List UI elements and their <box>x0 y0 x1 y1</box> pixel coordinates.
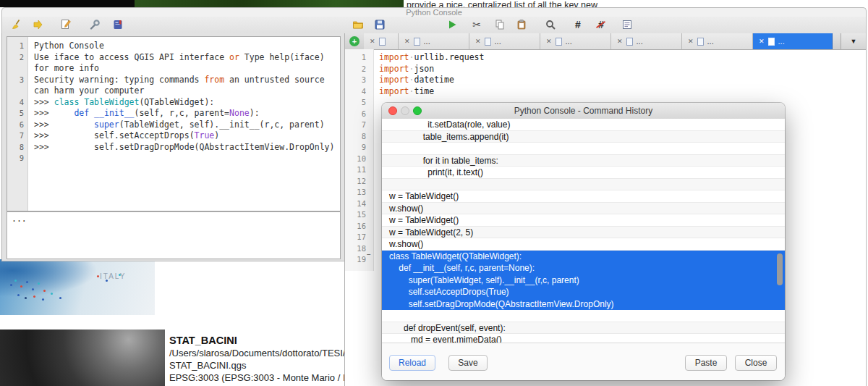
history-entry-selected[interactable]: self.setAcceptDrops(True) <box>382 286 785 298</box>
comment-button[interactable]: # <box>571 17 585 32</box>
save-button[interactable]: Save <box>448 355 488 371</box>
console-output-text: 1Python Console 2Use iface to access QGI… <box>7 41 340 164</box>
history-entry[interactable] <box>382 310 785 322</box>
console-input[interactable]: ... <box>7 211 341 259</box>
paste-button[interactable] <box>514 17 529 32</box>
show-editor-button[interactable] <box>59 17 73 32</box>
run-script-button[interactable] <box>445 17 459 32</box>
document-icon <box>414 38 420 46</box>
console-line: 1Python Console <box>7 41 340 52</box>
editor-tab[interactable]: ✕ ... <box>682 33 753 49</box>
save-script-button[interactable] <box>373 17 387 32</box>
floppy-icon <box>374 19 386 30</box>
history-entry[interactable]: for it in table_items: <box>382 155 785 167</box>
close-tab-icon[interactable]: ✕ <box>370 38 375 45</box>
console-line: 7>>> self.setAcceptDrops(True) <box>7 130 340 142</box>
console-options-button[interactable] <box>88 17 102 32</box>
continuation-prompt: ... <box>12 214 27 224</box>
clear-console-button[interactable] <box>9 17 24 32</box>
recent-project-thumbnail-satellite[interactable] <box>0 330 165 386</box>
map-points <box>10 284 12 286</box>
object-inspector-button[interactable] <box>620 17 634 32</box>
clipboard-icon <box>516 19 527 30</box>
history-entry[interactable] <box>382 143 785 155</box>
background-browser-strip: provide a nice, centralized list of all … <box>404 0 868 7</box>
close-button[interactable]: Close <box>735 355 777 371</box>
help-book-icon <box>112 19 124 30</box>
editor-code-area[interactable]: import·urllib.request import·json import… <box>374 49 866 97</box>
history-entry-selected[interactable]: class TableWidget(QTableWidget): <box>382 251 785 263</box>
editor-tab[interactable]: ✕ ... <box>469 33 540 49</box>
scrollbar-thumb[interactable] <box>777 253 783 285</box>
editor-line-number-gutter: 12345678910111213141516171819 <box>345 49 374 271</box>
history-entry[interactable]: table_items.append(it) <box>382 131 785 143</box>
console-output[interactable]: 1Python Console 2Use iface to access QGI… <box>7 36 341 211</box>
history-entry-selected[interactable]: super(TableWidget, self).__init__(r,c, p… <box>382 274 785 287</box>
reload-button[interactable]: Reload <box>389 355 435 371</box>
close-tab-icon[interactable]: ✕ <box>688 38 694 45</box>
open-folder-icon <box>352 19 364 30</box>
fold-marker-icon[interactable]: − <box>367 251 374 259</box>
editor-tab[interactable]: ✕ <box>364 33 399 49</box>
green-plus-icon: + <box>349 36 359 46</box>
history-entry[interactable]: w = TableWidget() <box>382 190 785 203</box>
document-icon <box>485 38 491 46</box>
find-button[interactable] <box>543 17 558 32</box>
close-tab-icon[interactable]: ✕ <box>546 38 552 45</box>
command-history-dialog: Python Console - Command History it.setD… <box>382 103 785 380</box>
map-label: ITALY <box>100 272 126 280</box>
dialog-titlebar[interactable]: Python Console - Command History <box>382 103 785 119</box>
close-tab-icon[interactable]: ✕ <box>475 38 481 45</box>
recent-project-thumbnail-map[interactable]: ITALY <box>0 259 155 315</box>
console-line: 5>>> def __init__(self, r,c, parent=None… <box>7 108 340 119</box>
console-dock: 1Python Console 2Use iface to access QGI… <box>1 33 345 261</box>
console-help-button[interactable] <box>111 17 125 32</box>
minimize-window-button[interactable] <box>401 106 409 115</box>
tab-label: ... <box>707 37 714 46</box>
history-entry[interactable]: def dropEvent(self, event): <box>382 322 785 335</box>
history-entry[interactable]: w.show() <box>382 203 785 215</box>
editor-tab[interactable]: ✕ ... <box>540 33 611 49</box>
close-tab-icon[interactable]: ✕ <box>759 38 765 45</box>
close-tab-icon[interactable]: ✕ <box>617 38 623 45</box>
editor-tab[interactable]: ✕ ... <box>611 33 682 49</box>
open-script-button[interactable] <box>351 17 365 32</box>
close-tab-icon[interactable]: ✕ <box>404 38 410 45</box>
tab-label: ... <box>778 37 785 46</box>
triangle-down-icon: ▼ <box>851 38 857 45</box>
editor-tab[interactable]: ✕ ... <box>399 33 469 49</box>
uncomment-button[interactable]: # <box>594 17 608 32</box>
history-entry[interactable] <box>382 179 785 191</box>
window-title: Python Console <box>406 8 462 17</box>
history-entry[interactable]: w = TableWidget() <box>382 214 785 227</box>
tab-list-dropdown[interactable]: ▼ <box>841 33 866 49</box>
document-icon <box>697 38 704 46</box>
new-editor-button[interactable]: + <box>345 33 364 49</box>
dialog-title: Python Console - Command History <box>514 106 652 116</box>
history-entry-selected[interactable]: def __init__(self, r,c, parent=None): <box>382 262 785 274</box>
history-entry[interactable]: it.setData(role, value) <box>382 119 785 131</box>
paste-button[interactable]: Paste <box>685 355 727 371</box>
console-line: 3Security warning: typing commands from … <box>7 75 340 86</box>
close-window-button[interactable] <box>388 106 397 115</box>
document-icon <box>626 38 633 46</box>
code-line: import·json <box>379 64 866 75</box>
desktop-strip-black <box>0 0 135 7</box>
tab-label: ... <box>495 37 501 46</box>
tab-label: ... <box>566 37 572 46</box>
import-class-button[interactable] <box>31 17 46 32</box>
tab-label: ... <box>424 37 430 46</box>
main-toolbar: ✂ # # <box>1 17 867 34</box>
zoom-window-button[interactable] <box>413 106 422 115</box>
document-icon <box>768 38 775 46</box>
console-line: for more info <box>7 63 340 75</box>
history-entry[interactable]: w.show() <box>382 238 785 251</box>
history-entry-selected[interactable]: self.setDragDropMode(QAbstractItemView.D… <box>382 298 785 311</box>
editor-tab-selected[interactable]: ✕ ... <box>753 33 833 49</box>
history-entry[interactable]: w = TableWidget(2, 5) <box>382 227 785 239</box>
document-icon <box>556 38 562 46</box>
history-entry[interactable]: print(it, it.text() <box>382 167 785 179</box>
tab-label: ... <box>637 37 643 46</box>
copy-button[interactable] <box>493 17 507 32</box>
cut-button[interactable]: ✂ <box>469 17 484 32</box>
